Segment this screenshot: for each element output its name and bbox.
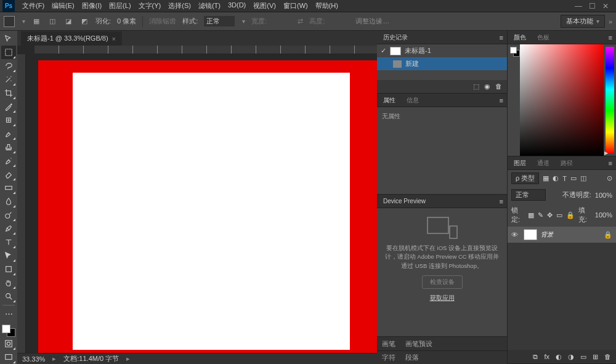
feather-value[interactable]: 0 像素 [117, 17, 136, 26]
new-layer-icon[interactable]: ⊞ [593, 353, 598, 361]
add-selection-icon[interactable]: ◫ [47, 17, 57, 26]
layer-row[interactable]: 👁 背景 🔒 [508, 227, 616, 243]
document-info[interactable]: 文档:11.4M/0 字节 [63, 354, 119, 363]
layers-tab[interactable]: 图层 [511, 157, 529, 169]
menu-help[interactable]: 帮助(H) [313, 0, 341, 12]
edit-toolbar-icon[interactable]: ⋯ [1, 307, 16, 321]
filter-pixel-icon[interactable]: ▦ [543, 174, 549, 182]
horizontal-ruler[interactable] [34, 46, 377, 54]
menu-image[interactable]: 图像(I) [79, 0, 104, 12]
intersect-selection-icon[interactable]: ◩ [79, 17, 89, 26]
lock-paint-icon[interactable]: ✎ [538, 211, 543, 219]
lock-icon[interactable]: 🔒 [604, 231, 612, 239]
filter-type-icon[interactable]: T [562, 175, 567, 182]
brush-tab[interactable]: 画笔 [377, 337, 400, 351]
eraser-tool[interactable] [1, 168, 16, 181]
mask-icon[interactable]: ◐ [556, 353, 562, 361]
history-brush-tool[interactable] [1, 154, 16, 168]
blur-tool[interactable] [1, 195, 16, 208]
menu-type[interactable]: 文字(Y) [136, 0, 164, 12]
group-icon[interactable]: ▭ [580, 353, 586, 361]
path-tool[interactable] [1, 249, 16, 262]
lasso-tool[interactable] [1, 59, 16, 73]
lock-position-icon[interactable]: ✥ [547, 211, 553, 219]
trash-icon[interactable]: 🗑 [495, 83, 502, 91]
stamp-tool[interactable] [1, 140, 16, 154]
panel-menu-icon[interactable]: ≡ [500, 198, 503, 205]
type-tool[interactable] [1, 235, 16, 249]
filter-smart-icon[interactable]: ◫ [580, 174, 586, 182]
device-preview-tab[interactable]: Device Preview [381, 196, 428, 206]
color-swatch[interactable] [2, 325, 15, 337]
healing-tool[interactable] [1, 113, 16, 127]
history-source[interactable]: ✓ 未标题-1 [377, 44, 507, 57]
channels-tab[interactable]: 通道 [535, 157, 552, 169]
panel-menu-icon[interactable]: ≡ [609, 160, 612, 167]
paths-tab[interactable]: 路径 [558, 157, 575, 169]
pen-tool[interactable] [1, 222, 16, 235]
get-app-link[interactable]: 获取应用 [430, 294, 455, 302]
menu-layer[interactable]: 图层(L) [107, 0, 133, 12]
menu-view[interactable]: 视图(V) [251, 0, 278, 12]
eyedropper-tool[interactable] [1, 100, 16, 113]
panel-menu-icon[interactable]: ≡ [609, 34, 612, 41]
menu-edit[interactable]: 编辑(E) [49, 0, 77, 12]
dropdown-icon[interactable]: ▾ [22, 18, 25, 25]
character-tab[interactable]: 字符 [377, 350, 400, 364]
fill-value[interactable]: 100% [595, 211, 612, 219]
check-device-button[interactable]: 检查设备 [422, 275, 463, 289]
adjustment-icon[interactable]: ◑ [568, 353, 574, 361]
move-tool[interactable] [1, 32, 16, 46]
info-tab[interactable]: 信息 [404, 94, 421, 107]
gradient-tool[interactable] [1, 181, 16, 195]
brush-presets-tab[interactable]: 画笔预设 [400, 337, 437, 351]
properties-tab[interactable]: 属性 [381, 94, 398, 107]
search-icon[interactable]: » [609, 18, 612, 25]
lock-all-icon[interactable]: 🔒 [566, 211, 575, 219]
color-tab[interactable]: 颜色 [511, 31, 529, 44]
create-document-icon[interactable]: ⬚ [473, 83, 479, 91]
snapshot-icon[interactable]: ◉ [484, 83, 490, 91]
crop-tool[interactable] [1, 86, 16, 100]
style-select[interactable]: 正常 [204, 16, 235, 26]
color-field[interactable] [520, 44, 604, 156]
lock-transparent-icon[interactable]: ▩ [528, 211, 534, 219]
marquee-tool[interactable] [1, 46, 16, 59]
menu-3d[interactable]: 3D(D) [225, 0, 248, 12]
paragraph-tab[interactable]: 段落 [400, 350, 424, 364]
hue-slider[interactable] [606, 47, 614, 153]
panel-menu-icon[interactable]: ≡ [500, 34, 503, 41]
screenmode-icon[interactable] [1, 350, 16, 364]
blend-mode-select[interactable]: 正常 [511, 189, 546, 201]
fx-icon[interactable]: fx [544, 353, 549, 360]
history-step[interactable]: 新建 [377, 57, 507, 70]
maximize-icon[interactable]: ☐ [588, 2, 596, 10]
quickmask-icon[interactable] [1, 337, 16, 350]
layer-thumbnail[interactable] [524, 229, 537, 240]
menu-file[interactable]: 文件(F) [20, 0, 47, 12]
link-icon[interactable]: ⧉ [533, 353, 538, 361]
filter-shape-icon[interactable]: ▭ [570, 174, 577, 182]
color-swatch[interactable] [510, 47, 520, 57]
brush-tool[interactable] [1, 127, 16, 140]
canvas-area[interactable] [17, 54, 377, 353]
refine-edge-button[interactable]: 调整边缘… [355, 17, 389, 26]
subtract-selection-icon[interactable]: ◪ [63, 17, 73, 26]
zoom-tool[interactable] [1, 289, 16, 303]
close-tab-icon[interactable]: × [112, 35, 116, 42]
history-tab[interactable]: 历史记录 [381, 31, 410, 44]
tool-preset-icon[interactable] [4, 16, 15, 27]
visibility-icon[interactable]: 👁 [511, 231, 520, 238]
magic-wand-tool[interactable] [1, 73, 16, 86]
new-selection-icon[interactable]: ▦ [31, 17, 41, 26]
minimize-icon[interactable]: — [574, 2, 583, 10]
panel-menu-icon[interactable]: ≡ [500, 97, 503, 104]
vertical-ruler[interactable] [17, 54, 26, 353]
dropdown-icon[interactable]: ▾ [242, 18, 245, 25]
chevron-right-icon[interactable]: ▸ [52, 355, 56, 363]
shape-tool[interactable] [1, 262, 16, 276]
opacity-value[interactable]: 100% [595, 192, 612, 199]
filter-adjust-icon[interactable]: ◐ [553, 174, 559, 182]
workspace-switcher[interactable]: 基本功能 ▾ [561, 15, 605, 28]
filter-type-select[interactable]: ρ 类型 [511, 172, 539, 184]
